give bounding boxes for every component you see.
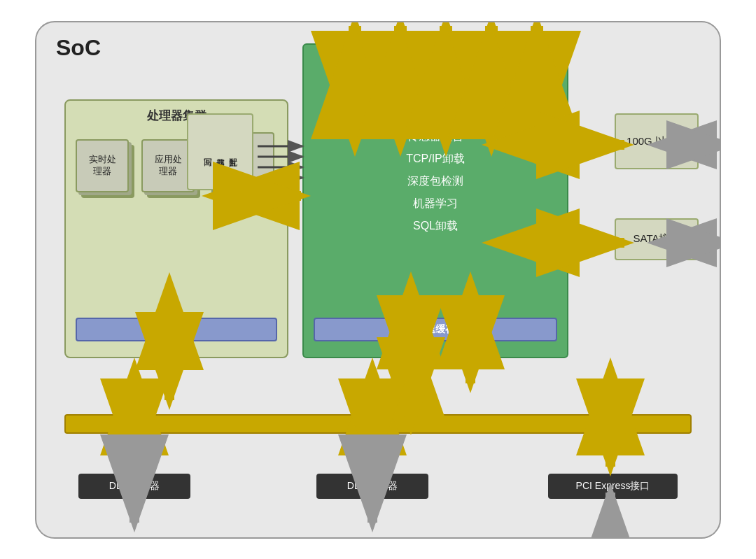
config-memory: 配置片存储器回写: [187, 113, 253, 190]
efpga-title: Speedcore eFPGA IP: [304, 55, 567, 113]
soc-label: SoC: [56, 35, 101, 61]
processor-cluster-label: 处理器集群: [66, 101, 287, 124]
eth-100g: 100G 以太网: [615, 113, 699, 169]
ddr-controller-2: DDR控制器: [316, 474, 428, 499]
efpga-box: Speedcore eFPGA IP 传感器融合 TCP/IP卸载 深度包检测 …: [302, 43, 568, 358]
processor-cache: 高速缓存: [76, 318, 277, 341]
efpga-features: 传感器融合 TCP/IP卸载 深度包检测 机器学习 SQL卸载: [304, 125, 567, 237]
ddr-controller-1: DDR控制器: [78, 474, 190, 499]
processor-cluster: 处理器集群 实时处理器 应用处理器 加速器一致性端口 高速缓存: [64, 99, 288, 358]
efpga-cache: 高速缓存: [314, 318, 557, 341]
pci-express: PCI Express接口: [548, 474, 678, 499]
soc-diagram: SoC Speedcore eFPGA IP 传感器融合 TCP/IP卸载 深度…: [35, 21, 721, 539]
rt-processor: 实时处理器: [76, 139, 129, 192]
sata-box: SATA接口: [615, 218, 699, 260]
bus-bar: [64, 414, 692, 434]
